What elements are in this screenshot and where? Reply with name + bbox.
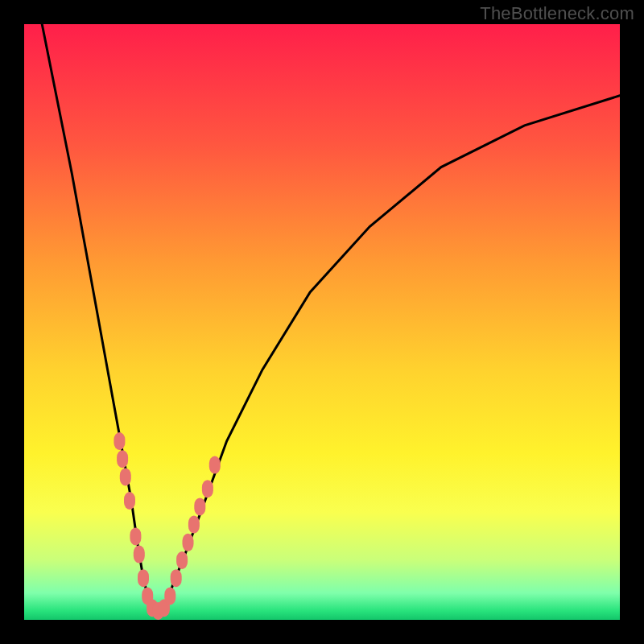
bead bbox=[134, 546, 145, 564]
bead bbox=[171, 569, 182, 587]
bead bbox=[117, 450, 128, 468]
bead bbox=[124, 492, 135, 510]
bead bbox=[209, 456, 221, 474]
bead bbox=[202, 480, 213, 497]
bead bbox=[188, 516, 200, 534]
bead bbox=[164, 587, 175, 605]
bead bbox=[183, 534, 194, 551]
bead bbox=[176, 551, 188, 569]
bead bbox=[120, 468, 131, 485]
bead-markers bbox=[114, 432, 220, 620]
bead bbox=[130, 527, 141, 545]
bottleneck-curve bbox=[42, 24, 620, 614]
bead bbox=[138, 569, 149, 587]
bead bbox=[114, 432, 125, 450]
plot-area bbox=[24, 24, 620, 620]
watermark-text: TheBottleneck.com bbox=[480, 3, 634, 24]
curve-layer bbox=[24, 24, 620, 620]
chart-frame: TheBottleneck.com bbox=[0, 0, 644, 644]
bead bbox=[194, 497, 205, 515]
